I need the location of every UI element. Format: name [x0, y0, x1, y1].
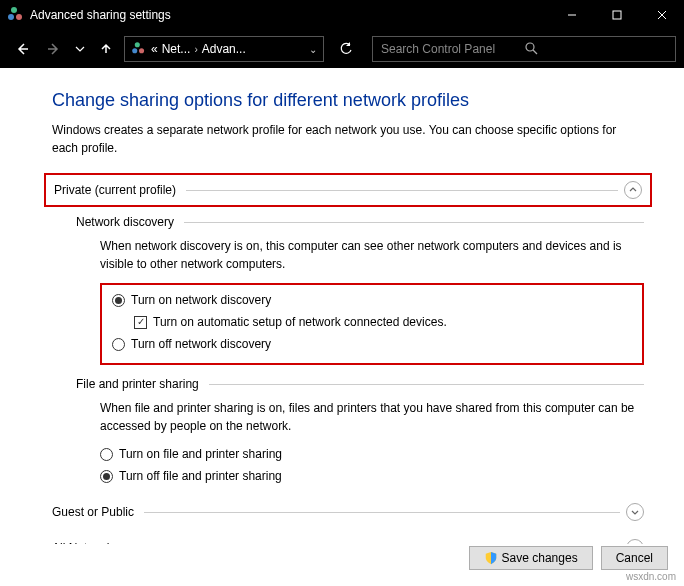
expand-icon[interactable]	[626, 503, 644, 521]
radio-file-printer-on[interactable]: Turn on file and printer sharing	[100, 445, 644, 463]
save-label: Save changes	[502, 551, 578, 565]
app-icon	[8, 7, 24, 23]
svg-point-4	[526, 43, 534, 51]
maximize-button[interactable]	[594, 0, 639, 30]
navbar: « Net... › Advan... ⌄ Search Control Pan…	[0, 30, 684, 68]
footer-buttons: Save changes Cancel	[469, 546, 668, 570]
radio-network-discovery-on[interactable]: Turn on network discovery	[112, 291, 632, 309]
file-printer-description: When file and printer sharing is on, fil…	[100, 399, 644, 435]
chevron-down-icon[interactable]: ⌄	[309, 44, 317, 55]
breadcrumb[interactable]: « Net... › Advan... ⌄	[124, 36, 324, 62]
search-icon[interactable]	[524, 41, 667, 58]
file-printer-header: File and printer sharing	[76, 377, 644, 391]
search-input[interactable]: Search Control Panel	[372, 36, 676, 62]
checkbox-icon	[134, 316, 147, 329]
cancel-button[interactable]: Cancel	[601, 546, 668, 570]
breadcrumb-item-1[interactable]: Net...	[162, 42, 191, 56]
forward-button[interactable]	[40, 35, 68, 63]
network-discovery-description: When network discovery is on, this compu…	[100, 237, 644, 273]
page-description: Windows creates a separate network profi…	[52, 121, 644, 157]
radio-label: Turn off file and printer sharing	[119, 467, 282, 485]
checkbox-label: Turn on automatic setup of network conne…	[153, 313, 447, 331]
radio-file-printer-off[interactable]: Turn off file and printer sharing	[100, 467, 644, 485]
section-private-label: Private (current profile)	[54, 183, 176, 197]
radio-label: Turn off network discovery	[131, 335, 271, 353]
watermark: wsxdn.com	[626, 571, 676, 582]
radio-icon	[112, 294, 125, 307]
content-area: Change sharing options for different net…	[0, 68, 684, 544]
page-title: Change sharing options for different net…	[52, 90, 644, 111]
recent-dropdown[interactable]	[72, 35, 88, 63]
breadcrumb-item-2[interactable]: Advan...	[202, 42, 246, 56]
section-all-header[interactable]: All Networks	[52, 535, 644, 544]
section-private-header[interactable]: Private (current profile)	[46, 177, 642, 203]
radio-icon	[112, 338, 125, 351]
breadcrumb-icon	[132, 42, 146, 56]
minimize-button[interactable]	[549, 0, 594, 30]
radio-label: Turn on file and printer sharing	[119, 445, 282, 463]
up-button[interactable]	[92, 35, 120, 63]
section-all-label: All Networks	[52, 541, 119, 544]
network-discovery-label: Network discovery	[76, 215, 174, 229]
titlebar: Advanced sharing settings	[0, 0, 684, 30]
cancel-label: Cancel	[616, 551, 653, 565]
search-placeholder: Search Control Panel	[381, 42, 524, 56]
refresh-button[interactable]	[332, 35, 360, 63]
file-printer-label: File and printer sharing	[76, 377, 199, 391]
save-button[interactable]: Save changes	[469, 546, 593, 570]
breadcrumb-root[interactable]: «	[151, 42, 158, 56]
svg-line-5	[533, 50, 537, 54]
shield-icon	[484, 551, 498, 565]
section-guest-header[interactable]: Guest or Public	[52, 499, 644, 525]
radio-icon	[100, 448, 113, 461]
radio-network-discovery-off[interactable]: Turn off network discovery	[112, 335, 632, 353]
network-discovery-header: Network discovery	[76, 215, 644, 229]
section-guest-label: Guest or Public	[52, 505, 134, 519]
close-button[interactable]	[639, 0, 684, 30]
checkbox-auto-setup[interactable]: Turn on automatic setup of network conne…	[134, 313, 632, 331]
chevron-right-icon: ›	[194, 44, 197, 55]
collapse-icon[interactable]	[624, 181, 642, 199]
radio-label: Turn on network discovery	[131, 291, 271, 309]
window-title: Advanced sharing settings	[30, 8, 549, 22]
expand-icon[interactable]	[626, 539, 644, 544]
back-button[interactable]	[8, 35, 36, 63]
radio-icon	[100, 470, 113, 483]
svg-rect-1	[613, 11, 621, 19]
